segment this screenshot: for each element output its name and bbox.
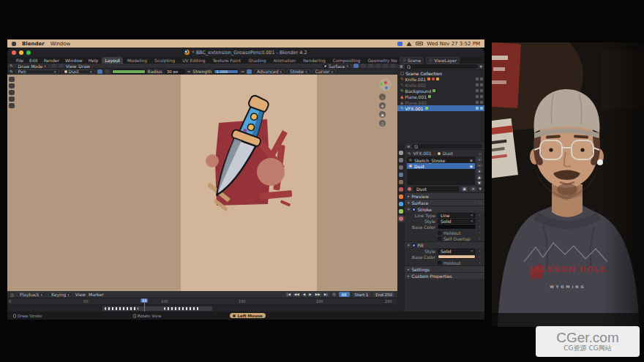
mac-clock[interactable]: Wed Nov 27 3:52 PM [427,41,480,47]
hide-viewport-toggle[interactable] [476,83,479,86]
view-layer-selector[interactable]: ViewLayer [426,57,460,64]
advanced-panel-button[interactable]: Advanced▾ [254,69,285,74]
fill-holdout-checkbox[interactable] [438,261,441,265]
properties-tab-render-icon[interactable] [399,158,403,162]
menu-window[interactable]: Window [63,58,85,63]
properties-tab-modifiers-icon[interactable] [399,202,403,206]
orientation-icon[interactable] [51,64,56,68]
timeline-view-menu[interactable]: View [75,292,86,297]
mode-dropdown[interactable]: Draw Mode▾ [15,64,49,68]
custom-properties-panel-header[interactable]: ▸Custom Properties [405,272,484,279]
tab-shading[interactable]: Shading [245,57,269,64]
slot-specials-button[interactable]: ▾ [476,168,482,173]
camera-view-region[interactable] [181,75,317,291]
hide-viewport-toggle[interactable] [476,101,479,104]
hide-render-toggle[interactable] [480,89,483,92]
outliner-row-plane-002[interactable]: ▲ Plane.002 [397,99,484,105]
tab-modeling[interactable]: Modeling [124,57,150,64]
outliner-editor-icon[interactable]: ≣ [400,64,403,69]
hide-render-toggle[interactable] [480,78,483,80]
vertex-color-swatch[interactable] [112,69,146,74]
auto-keying-icon[interactable] [332,293,336,296]
unlink-button[interactable]: ✕ [470,186,476,192]
zoom-view-icon[interactable]: ＋ [379,94,386,100]
properties-tab-scene-icon[interactable] [399,180,403,184]
draw-tool-icon[interactable] [9,77,15,82]
properties-tab-view-layer-icon[interactable] [399,173,403,177]
tab-texture-paint[interactable]: Texture Paint [209,57,244,64]
fill-section-header[interactable]: ▾Fill [405,241,484,248]
playback-menu[interactable]: Playback▾ [17,293,45,297]
outliner-row-scene-collection[interactable]: ▢ Scene Collection [397,70,484,76]
fill-style-dropdown[interactable]: Solid▾ [438,249,476,254]
prev-keyframe-button[interactable]: ◀◀ [293,292,301,297]
current-frame-field[interactable]: 88 [339,292,350,297]
fill-tool-icon[interactable] [9,83,15,88]
properties-tab-data-icon[interactable] [399,209,403,214]
eyedropper-tool-icon[interactable] [9,103,15,108]
add-slot-button[interactable]: ＋ [476,157,482,162]
settings-panel-header[interactable]: ▸Settings [405,265,484,272]
stroke-panel-button[interactable]: Stroke▾ [287,69,310,74]
remove-slot-button[interactable]: − [476,162,482,167]
preview-panel-header[interactable]: ▸Preview [405,192,484,199]
outliner-row-background[interactable]: ✎ Background [397,88,484,94]
strength-pressure-icon[interactable]: ✑ [241,69,244,74]
timeline-marker-menu[interactable]: Marker [89,292,104,297]
wifi-icon[interactable] [406,42,412,46]
viewport-canvas[interactable]: ＋ ✥ ▣ ◫ [7,75,397,291]
timeline-channel-area[interactable] [7,305,397,312]
material-mode-icon[interactable] [97,69,102,74]
material-slot-dust[interactable]: Dust ◉ [407,163,475,169]
fill-checkbox[interactable] [412,244,416,247]
menu-view-viewport[interactable]: View [66,64,76,69]
tab-uv-editing[interactable]: UV Editing [179,57,208,64]
fake-user-button[interactable]: ▣ [461,186,468,192]
jump-to-end-button[interactable]: ▶| [323,292,329,297]
outliner-search-input[interactable] [405,64,479,69]
properties-tab-tool-icon[interactable] [399,151,403,155]
strength-slider[interactable]: 1.000 [214,69,239,74]
slot-move-down-button[interactable]: ▼ [476,180,482,185]
properties-tab-material-icon[interactable] [399,216,403,221]
play-button[interactable]: ▶ [307,292,312,297]
self-overlap-checkbox[interactable] [438,237,441,241]
stroke-placement-dropdown[interactable]: Surface▾ [321,64,351,68]
radius-slider[interactable]: 30 px [165,69,185,74]
mac-window-menu[interactable]: Window [50,41,71,47]
stroke-base-color-swatch[interactable] [438,225,476,229]
surface-panel-header[interactable]: ▾Surface⁝⁝ [405,199,484,205]
shading-rendered-icon[interactable] [390,64,395,68]
properties-tab-world-icon[interactable] [399,187,403,192]
menu-render[interactable]: Render [42,58,61,63]
mac-app-menu[interactable]: Blender [22,41,45,47]
properties-tab-output-icon[interactable] [399,165,403,170]
hide-render-toggle[interactable] [480,107,483,110]
hide-viewport-toggle[interactable] [476,78,479,80]
keyframe-cluster-1[interactable] [105,307,138,310]
shading-material-icon[interactable] [383,64,388,68]
stroke-section-header[interactable]: ▾Stroke [405,205,484,212]
timeline-editor-icon[interactable]: ◷ [10,293,14,297]
hide-viewport-toggle[interactable] [476,89,479,92]
brush-icon[interactable]: ✎ [10,69,13,74]
xray-icon[interactable] [368,64,373,68]
slot-visibility-icon[interactable]: ◉ [470,164,473,168]
keyframe-cluster-2[interactable] [164,307,201,310]
slot-move-up-button[interactable]: ▲ [476,174,482,179]
pan-view-icon[interactable]: ✥ [379,102,386,109]
radius-pressure-icon[interactable]: ✑ [187,69,191,74]
outliner-row-plane-001[interactable]: ▲ Plane.001 [397,94,484,99]
material-selector[interactable]: Dust▾ [61,69,95,74]
cutter-tool-icon[interactable] [9,97,15,102]
vertex-color-mode-icon[interactable] [105,69,110,74]
material-slot-sketch-stroke[interactable]: Sketch_Stroke ◉ [407,157,475,163]
hide-render-toggle[interactable] [480,83,483,86]
snapping-icon[interactable] [59,64,64,68]
brush-selector[interactable]: Pen▾ [15,69,59,74]
timeline-ruler[interactable]: 0 50 100 150 200 250 [7,298,397,305]
hide-render-toggle[interactable] [480,95,483,98]
play-reverse-button[interactable]: ◀ [302,292,307,297]
frame-end-field[interactable]: End 250 [373,292,394,297]
jump-to-start-button[interactable]: |◀ [285,292,292,297]
